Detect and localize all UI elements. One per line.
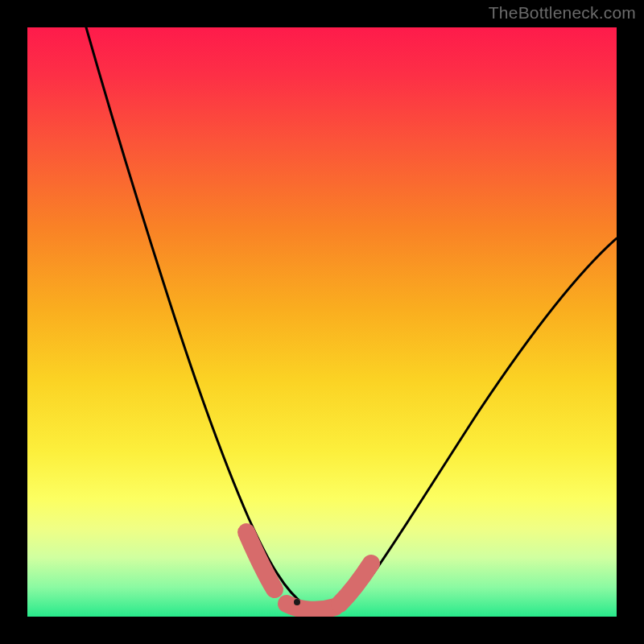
- bottleneck-curve: [86, 27, 617, 611]
- trough-dot: [294, 599, 300, 605]
- bottleneck-curve-svg: [27, 27, 617, 617]
- right-up-marker: [340, 564, 371, 604]
- chart-frame: TheBottleneck.com: [0, 0, 644, 644]
- plot-area: [27, 27, 617, 617]
- watermark-text: TheBottleneck.com: [489, 3, 636, 23]
- bottom-flat-marker: [287, 604, 335, 610]
